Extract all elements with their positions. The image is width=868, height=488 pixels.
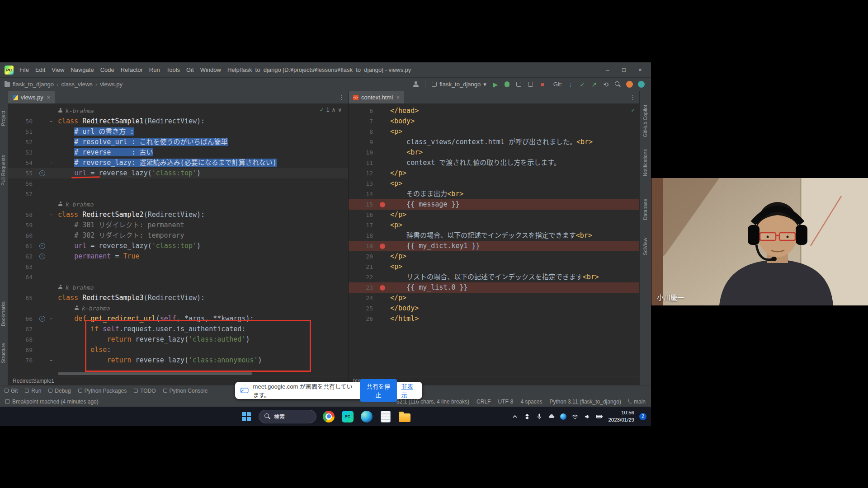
coverage-button[interactable] bbox=[514, 79, 524, 90]
tool-window-todo[interactable]: TODO bbox=[134, 388, 156, 394]
prev-problem-icon[interactable]: ∧ bbox=[331, 105, 335, 115]
menu-refactor[interactable]: Refactor bbox=[118, 66, 146, 73]
tool-window-button-bookmarks[interactable]: Bookmarks bbox=[0, 301, 6, 326]
menu-code[interactable]: Code bbox=[97, 66, 118, 73]
code-line[interactable]: 62↑ permanent = True bbox=[8, 251, 348, 262]
breadcrumb-class[interactable]: RedirectSample1 bbox=[13, 378, 54, 384]
status-widget-4[interactable]: Python 3.11 (flask_to_django) bbox=[549, 399, 621, 405]
line-number[interactable]: 59 bbox=[8, 220, 37, 230]
code-line[interactable]: 16</p> bbox=[349, 210, 639, 220]
volume-icon[interactable] bbox=[584, 413, 591, 420]
profiler-button[interactable] bbox=[525, 79, 536, 90]
status-widget-5[interactable]: main bbox=[628, 399, 646, 405]
menu-window[interactable]: Window bbox=[197, 66, 224, 73]
tool-window-button-structure[interactable]: Structure bbox=[0, 343, 6, 363]
breadcrumb-item-flask_to_django[interactable]: flask_to_django bbox=[13, 81, 54, 88]
microphone-icon[interactable] bbox=[536, 413, 543, 420]
code-line[interactable]: 15 {{ message }} bbox=[349, 199, 639, 210]
menu-edit[interactable]: Edit bbox=[32, 66, 48, 73]
tool-window-button-project[interactable]: Project bbox=[0, 111, 6, 126]
menu-view[interactable]: View bbox=[48, 66, 67, 73]
menu-help[interactable]: Help bbox=[224, 66, 243, 73]
menu-navigate[interactable]: Navigate bbox=[67, 66, 97, 73]
line-number[interactable]: 21 bbox=[349, 262, 377, 272]
title-bar[interactable]: PC FileEditViewNavigateCodeRefactorRunTo… bbox=[0, 62, 651, 78]
battery-icon[interactable] bbox=[596, 413, 603, 420]
stop-button[interactable]: ■ bbox=[537, 79, 548, 90]
code-line[interactable]: 63 bbox=[8, 262, 348, 272]
code-line[interactable]: 53 # reverse : 古い bbox=[8, 147, 348, 158]
line-number[interactable]: 11 bbox=[349, 158, 377, 168]
tab-close-icon[interactable]: × bbox=[47, 94, 50, 101]
views-editor-content[interactable]: ✓ 1 ∧ ∨ k-brahma50−class RedirectSample1… bbox=[8, 104, 348, 376]
inspection-widget[interactable]: ✓ 1 ∧ ∨ bbox=[320, 105, 342, 115]
line-number[interactable]: 10 bbox=[349, 147, 377, 158]
next-problem-icon[interactable]: ∨ bbox=[338, 105, 342, 115]
line-number[interactable]: 25 bbox=[349, 303, 377, 314]
inlay-hint-row[interactable]: k-brahma bbox=[8, 282, 348, 293]
line-number[interactable]: 18 bbox=[349, 230, 377, 241]
tool-window-button-database[interactable]: Database bbox=[642, 199, 648, 220]
line-number[interactable]: 15 bbox=[349, 199, 377, 210]
breakpoint-icon[interactable] bbox=[377, 244, 387, 249]
notification-badge[interactable]: 2 bbox=[639, 413, 646, 420]
tool-window-git[interactable]: Git bbox=[5, 388, 18, 394]
code-line[interactable]: 6</head> bbox=[349, 106, 639, 116]
line-number[interactable]: 56 bbox=[8, 178, 37, 189]
maximize-button[interactable]: □ bbox=[616, 66, 632, 73]
debug-button[interactable] bbox=[502, 79, 513, 90]
fold-marker-icon[interactable]: − bbox=[47, 119, 55, 124]
tool-window-button-notifications[interactable]: Notifications bbox=[642, 149, 648, 176]
code-line[interactable]: 26</html> bbox=[349, 314, 639, 324]
breadcrumb-item-views.py[interactable]: views.py bbox=[100, 81, 123, 88]
code-line[interactable]: 21<p> bbox=[349, 262, 639, 272]
tab-close-icon[interactable]: × bbox=[396, 94, 400, 101]
line-number[interactable]: 12 bbox=[349, 168, 377, 178]
run-button[interactable]: ▶ bbox=[490, 79, 501, 90]
line-number[interactable]: 69 bbox=[8, 345, 37, 355]
override-marker-icon[interactable]: ↑ bbox=[37, 253, 47, 259]
status-widget-3[interactable]: 4 spaces bbox=[520, 399, 542, 405]
tool-window-button-pull-requests[interactable]: Pull Requests bbox=[0, 155, 6, 186]
line-number[interactable]: 53 bbox=[8, 147, 37, 158]
code-line[interactable]: 17<p> bbox=[349, 220, 639, 230]
inlay-hint-row[interactable]: k-brahma bbox=[8, 303, 348, 314]
line-number[interactable]: 26 bbox=[349, 314, 377, 324]
line-number[interactable]: 58 bbox=[8, 210, 37, 220]
line-number[interactable]: 14 bbox=[349, 189, 377, 199]
tool-window-debug[interactable]: Debug bbox=[48, 388, 71, 394]
line-number[interactable]: 68 bbox=[8, 334, 37, 345]
horizontal-scrollbar[interactable] bbox=[58, 372, 252, 375]
taskbar-clock[interactable]: 10:56 2023/01/29 bbox=[608, 409, 634, 423]
code-line[interactable]: 14 そのまま出力<br> bbox=[349, 189, 639, 199]
explorer-button[interactable] bbox=[398, 410, 411, 423]
tab-context-html[interactable]: context.html × bbox=[349, 91, 404, 103]
code-line[interactable]: 52 # resolve_url : これを使うのがいちばん簡単 bbox=[8, 137, 348, 147]
line-number[interactable]: 19 bbox=[349, 241, 377, 251]
edge-button[interactable] bbox=[360, 410, 373, 423]
history-button[interactable]: ⟲ bbox=[600, 79, 611, 90]
line-number[interactable]: 66 bbox=[8, 314, 37, 324]
tray-chevron-icon[interactable] bbox=[511, 413, 519, 420]
inlay-hint-row[interactable]: k-brahma bbox=[8, 199, 348, 210]
code-line[interactable]: 64 bbox=[8, 272, 348, 282]
menu-file[interactable]: File bbox=[16, 66, 32, 73]
code-line[interactable]: 65class RedirectSample3(RedirectView): bbox=[8, 293, 348, 303]
menu-git[interactable]: Git bbox=[183, 66, 197, 73]
git-commit-button[interactable]: ✓ bbox=[577, 79, 588, 90]
line-number[interactable]: 16 bbox=[349, 210, 377, 220]
override-marker-icon[interactable]: ↑ bbox=[37, 170, 47, 176]
code-line[interactable]: 20</p> bbox=[349, 251, 639, 262]
stop-sharing-button[interactable]: 共有を停止 bbox=[360, 379, 396, 402]
line-number[interactable]: 51 bbox=[8, 127, 37, 137]
line-number[interactable]: 23 bbox=[349, 282, 377, 293]
code-line[interactable]: 55↑ url = reverse_lazy('class:top') bbox=[8, 168, 348, 178]
tool-window-button-sciview[interactable]: SciView bbox=[642, 238, 648, 255]
code-line[interactable]: 13<p> bbox=[349, 178, 639, 189]
status-widget-1[interactable]: CRLF bbox=[476, 399, 491, 405]
user-icon[interactable] bbox=[410, 79, 421, 90]
code-line[interactable]: 57 bbox=[8, 189, 348, 199]
fold-marker-icon[interactable]: − bbox=[47, 161, 55, 165]
dropbox-icon[interactable] bbox=[524, 413, 531, 420]
breadcrumb-item-class_views[interactable]: class_views bbox=[61, 81, 92, 88]
